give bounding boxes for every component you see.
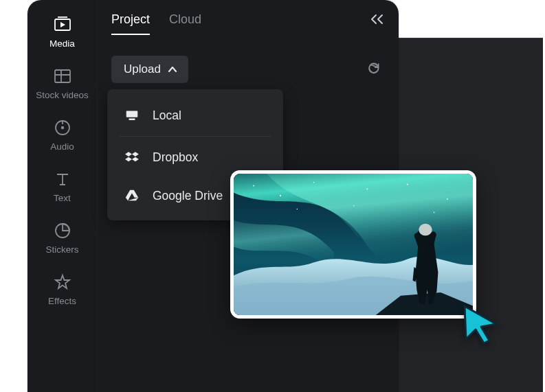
sidebar-item-label: Effects [48, 296, 76, 306]
toolbar: Upload [111, 56, 385, 83]
option-label: Google Drive [153, 189, 223, 203]
svg-point-8 [253, 185, 254, 186]
stock-videos-icon [53, 67, 72, 86]
svg-point-9 [280, 195, 281, 196]
sidebar-item-effects[interactable]: Effects [27, 270, 97, 309]
upload-option-local[interactable]: Local [107, 96, 283, 135]
audio-icon [53, 118, 72, 137]
collapse-panel-button[interactable] [370, 13, 385, 35]
upload-button-label: Upload [124, 62, 161, 76]
dropdown-divider [120, 136, 271, 137]
svg-point-12 [407, 183, 408, 185]
sidebar: Media Stock videos Audio Text [27, 0, 98, 392]
svg-point-15 [353, 205, 355, 207]
svg-rect-6 [129, 119, 135, 120]
sidebar-item-label: Stock videos [36, 90, 89, 100]
local-icon [124, 107, 140, 124]
svg-point-3 [60, 126, 63, 129]
cursor-pointer-icon [460, 303, 502, 345]
svg-point-10 [313, 182, 315, 183]
refresh-button[interactable] [363, 57, 385, 82]
chevron-left-double-icon [372, 15, 382, 23]
effects-icon [53, 273, 72, 292]
tab-project[interactable]: Project [111, 12, 150, 35]
text-icon [53, 170, 72, 189]
option-label: Local [153, 108, 181, 123]
sidebar-item-media[interactable]: Media [27, 12, 97, 51]
refresh-icon [367, 61, 381, 75]
sidebar-item-label: Audio [50, 141, 74, 152]
upload-button[interactable]: Upload [111, 56, 188, 83]
tab-cloud[interactable]: Cloud [169, 12, 201, 35]
sidebar-item-stickers[interactable]: Stickers [27, 218, 97, 257]
svg-point-13 [447, 198, 448, 200]
stickers-icon [53, 221, 72, 240]
sidebar-item-audio[interactable]: Audio [27, 115, 97, 154]
sidebar-item-text[interactable]: Text [27, 167, 97, 206]
svg-point-16 [434, 211, 435, 213]
svg-point-17 [419, 224, 432, 235]
svg-point-14 [297, 209, 298, 210]
sidebar-item-label: Stickers [45, 244, 78, 255]
option-label: Dropbox [153, 150, 198, 165]
svg-rect-1 [55, 70, 70, 82]
svg-point-11 [366, 188, 368, 189]
chevron-up-icon [168, 66, 177, 73]
dropbox-icon [124, 149, 140, 165]
svg-rect-5 [126, 111, 138, 117]
sidebar-item-label: Media [49, 38, 75, 49]
media-icon [53, 15, 72, 34]
google-drive-icon [124, 187, 140, 204]
sidebar-item-label: Text [54, 193, 71, 203]
sidebar-item-stock-videos[interactable]: Stock videos [27, 64, 97, 103]
tabs: Project Cloud [111, 12, 385, 35]
dragged-media-thumbnail[interactable] [230, 170, 476, 319]
